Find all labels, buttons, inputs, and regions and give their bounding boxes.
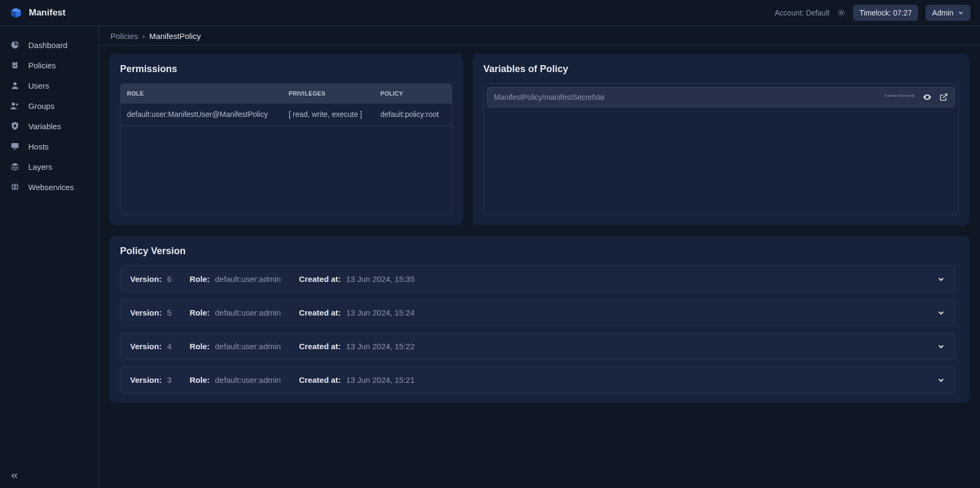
breadcrumb: Policies › ManifestPolicy [99,26,980,45]
version-created: 13 Jun 2024, 15:35 [346,274,415,284]
permissions-table-header: ROLE PRIVILEGES POLICY [121,84,452,103]
perm-role: default:user:ManifestUser@ManifestPolicy [121,104,282,125]
created-label: Created at: [299,342,340,351]
perm-privileges: [ read, write, execute ] [282,104,374,125]
svg-rect-16 [11,143,19,148]
sidebar-item-users[interactable]: Users [0,75,98,96]
sidebar-item-label: Webservices [28,183,74,192]
sidebar-item-policies[interactable]: Policies [0,55,98,75]
permissions-card: Permissions ROLE PRIVILEGES POLICY defau… [109,54,463,225]
sidebar-item-webservices[interactable]: Webservices [0,177,98,197]
sidebar-item-layers[interactable]: Layers [0,156,98,177]
app-name: Manifest [29,7,66,18]
svg-point-12 [12,103,15,106]
col-header-role: ROLE [121,84,282,103]
perm-policy: default:policy:root [374,104,452,125]
version-number: 3 [167,375,171,384]
clipboard-check-icon [10,60,20,70]
sidebar-item-groups[interactable]: Groups [0,96,98,116]
sidebar-item-hosts[interactable]: Hosts [0,136,98,156]
user-icon [10,81,20,90]
svg-rect-10 [14,61,17,63]
svg-point-0 [840,11,842,14]
breadcrumb-separator: › [142,32,145,41]
version-role: default:user:admin [215,274,281,284]
variables-card: Variables of Policy ManifestPolicy/manif… [473,54,969,225]
layers-icon [10,162,20,171]
chevron-down-icon [958,10,964,16]
pie-chart-icon [10,40,20,50]
version-role: default:user:admin [215,308,281,317]
version-row[interactable]: Version:6Role:default:user:adminCreated … [120,265,955,293]
svg-point-13 [16,104,19,106]
breadcrumb-current: ManifestPolicy [149,32,201,41]
main-content: Policies › ManifestPolicy Permissions RO… [99,26,980,488]
account-label: Account: Default [775,9,830,17]
svg-line-4 [843,15,844,15]
version-row[interactable]: Version:5Role:default:user:adminCreated … [120,299,955,326]
eye-icon[interactable] [922,92,932,102]
sidebar-item-label: Hosts [28,142,49,151]
version-label: Version: [130,342,162,351]
users-icon [10,101,20,111]
sidebar-item-label: Users [28,81,49,90]
version-created: 13 Jun 2024, 15:22 [346,342,415,351]
variables-list: ManifestPolicy/manifestSecretVar********… [483,83,959,215]
version-label: Version: [130,375,162,384]
variable-name: ManifestPolicy/manifestSecretVar [494,93,877,101]
version-created: 13 Jun 2024, 15:24 [346,308,415,317]
globe-icon [10,182,20,192]
chevron-down-icon[interactable] [937,309,945,317]
brand[interactable]: Manifest [10,6,66,19]
variable-row[interactable]: ManifestPolicy/manifestSecretVar********… [487,87,955,107]
sidebar-item-dashboard[interactable]: Dashboard [0,35,98,55]
version-number: 6 [167,274,171,284]
version-created: 13 Jun 2024, 15:21 [346,375,415,384]
svg-point-11 [13,82,17,85]
monitor-icon [10,141,20,151]
svg-line-7 [839,15,839,15]
chevron-down-icon[interactable] [937,376,945,384]
external-link-icon[interactable] [939,93,948,101]
version-role: default:user:admin [215,342,281,351]
shield-lock-icon [10,121,20,131]
chevron-down-icon[interactable] [937,275,945,284]
version-row[interactable]: Version:3Role:default:user:adminCreated … [120,366,955,393]
svg-line-3 [839,10,839,11]
collapse-sidebar-button[interactable] [0,463,98,488]
sidebar-item-label: Dashboard [28,41,67,50]
sidebar: DashboardPoliciesUsersGroupsVariablesHos… [0,26,99,488]
variables-title: Variables of Policy [483,64,959,75]
theme-toggle[interactable] [837,9,846,17]
svg-line-22 [943,94,947,98]
variable-masked-value: ********** [885,93,915,101]
chevron-down-icon[interactable] [937,342,945,351]
role-label: Role: [190,375,210,384]
svg-rect-9 [13,62,18,68]
sidebar-item-label: Policies [28,61,56,70]
policy-version-title: Policy Version [120,246,959,257]
version-number: 5 [167,308,171,317]
col-header-policy: POLICY [374,84,452,103]
permissions-row[interactable]: default:user:ManifestUser@ManifestPolicy… [121,103,452,125]
user-menu[interactable]: Admin [926,5,970,21]
role-label: Role: [190,342,210,351]
version-role: default:user:admin [215,375,281,384]
versions-list[interactable]: Version:6Role:default:user:adminCreated … [120,265,959,396]
svg-rect-17 [13,149,17,150]
svg-point-21 [927,97,928,98]
role-label: Role: [190,274,210,284]
version-label: Version: [130,274,162,284]
breadcrumb-root[interactable]: Policies [110,32,138,41]
col-header-privileges: PRIVILEGES [282,84,374,103]
svg-line-8 [843,10,844,11]
role-label: Role: [190,308,210,317]
policy-version-card: Policy Version Version:6Role:default:use… [109,236,969,403]
timelock-badge[interactable]: Timelock: 07:27 [853,5,918,21]
sidebar-item-label: Layers [28,162,52,171]
version-row[interactable]: Version:4Role:default:user:adminCreated … [120,333,955,360]
version-number: 4 [167,342,171,351]
sidebar-item-variables[interactable]: Variables [0,116,98,136]
created-label: Created at: [299,274,340,284]
permissions-table: ROLE PRIVILEGES POLICY default:user:Mani… [120,83,452,215]
